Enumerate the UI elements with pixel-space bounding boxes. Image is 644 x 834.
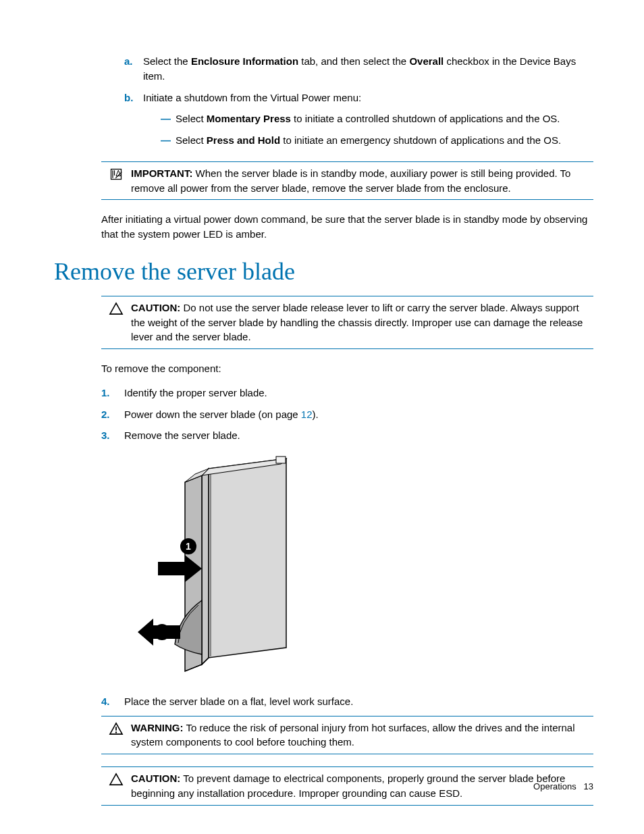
svg-marker-2	[209, 459, 286, 658]
svg-text:1: 1	[186, 541, 191, 552]
section-heading: Remove the server blade	[54, 254, 593, 289]
dash-text: Select Momentary Press to initiate a con…	[176, 111, 593, 126]
num-text: Identify the proper server blade.	[124, 386, 593, 400]
dash-item: — Select Press and Hold to initiate an e…	[161, 133, 593, 148]
caution-note: CAUTION: To prevent damage to electrical…	[101, 766, 593, 806]
svg-point-18	[115, 731, 117, 733]
num-marker: 1.	[101, 386, 124, 400]
caution-text: CAUTION: To prevent damage to electrical…	[131, 771, 593, 801]
list-item: 1. Identify the proper server blade.	[101, 386, 593, 400]
svg-marker-3	[202, 469, 209, 664]
warning-icon	[101, 721, 131, 750]
num-text: Power down the server blade (on page 12)…	[124, 407, 593, 422]
body-paragraph: To remove the component:	[101, 361, 593, 376]
dash-text: Select Press and Hold to initiate an eme…	[176, 133, 593, 148]
important-text: IMPORTANT: When the server blade is in s…	[131, 166, 593, 196]
dash-marker: —	[161, 111, 176, 126]
dash-item: — Select Momentary Press to initiate a c…	[161, 111, 593, 126]
caution-text: CAUTION: Do not use the server blade rel…	[131, 301, 593, 344]
num-marker: 4.	[101, 694, 124, 709]
illustration-server-blade-removal: 1 2	[138, 455, 313, 682]
svg-marker-14	[138, 619, 180, 646]
numbered-list-cont: 4. Place the server blade on a flat, lev…	[101, 694, 593, 709]
num-text: Remove the server blade.	[124, 428, 593, 443]
alpha-item-a: a. Select the Enclosure Information tab,…	[124, 54, 593, 84]
page-footer: Operations 13	[533, 781, 593, 793]
warning-note: WARNING: To reduce the risk of personal …	[101, 716, 593, 755]
dash-list: — Select Momentary Press to initiate a c…	[161, 111, 593, 148]
important-icon	[101, 166, 131, 196]
num-marker: 3.	[101, 428, 124, 443]
important-note: IMPORTANT: When the server blade is in s…	[101, 161, 593, 201]
warning-text: WARNING: To reduce the risk of personal …	[131, 721, 593, 750]
alpha-marker: b.	[124, 90, 143, 155]
list-item: 3. Remove the server blade.	[101, 428, 593, 443]
num-marker: 2.	[101, 407, 124, 422]
footer-page-number: 13	[584, 781, 593, 791]
dash-marker: —	[161, 133, 176, 148]
alpha-marker: a.	[124, 54, 143, 84]
alpha-text: Initiate a shutdown from the Virtual Pow…	[143, 90, 593, 155]
svg-rect-8	[276, 457, 286, 463]
caution-note: CAUTION: Do not use the server blade rel…	[101, 296, 593, 349]
body-paragraph: After initiating a virtual power down co…	[101, 212, 593, 242]
footer-section: Operations	[533, 781, 576, 791]
list-item: 2. Power down the server blade (on page …	[101, 407, 593, 422]
alpha-text: Select the Enclosure Information tab, an…	[143, 54, 593, 84]
alpha-item-b: b. Initiate a shutdown from the Virtual …	[124, 90, 593, 155]
alpha-list: a. Select the Enclosure Information tab,…	[124, 54, 593, 155]
numbered-list: 1. Identify the proper server blade. 2. …	[101, 386, 593, 443]
list-item: 4. Place the server blade on a flat, lev…	[101, 694, 593, 709]
page-link[interactable]: 12	[301, 409, 313, 420]
num-text: Place the server blade on a flat, level …	[124, 694, 593, 709]
caution-icon	[101, 301, 131, 344]
caution-icon	[101, 771, 131, 801]
